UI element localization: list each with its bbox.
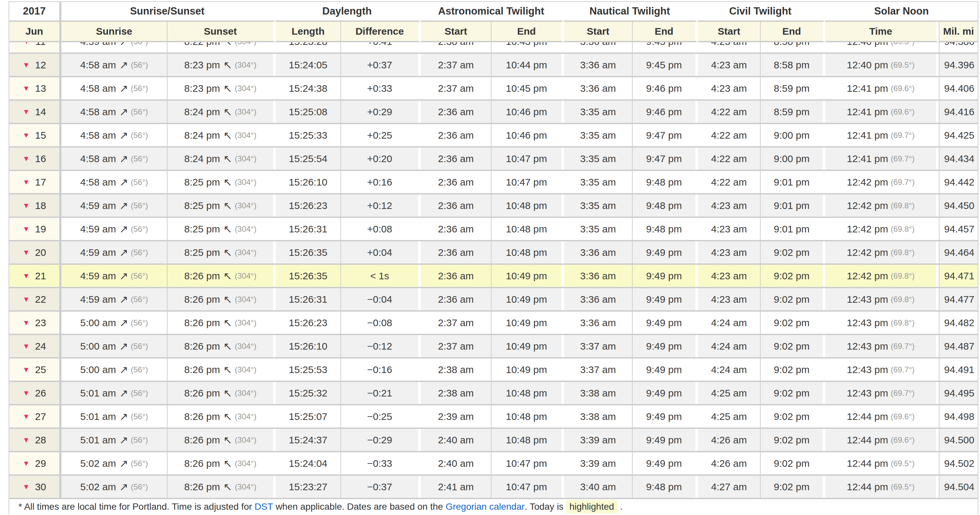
sunrise-azimuth: (56°) [130,389,148,398]
nautical-twilight-end-cell: 9:49 pm [633,359,698,381]
sunrise-azimuth: (56°) [130,201,148,210]
date-cell[interactable]: ▼24 [9,335,61,357]
day-marker-triangle-icon: ▼ [22,366,30,373]
sun-distance-cell: 94.396 [939,54,978,76]
sunrise-time: 4:58 am [80,130,116,141]
sunrise-cell: 4:59 am↗(56°) [61,288,167,310]
date-cell[interactable]: ▼25 [9,359,61,381]
nautical-twilight-end-cell: 9:49 pm [633,429,698,451]
sunset-direction-arrow-icon: ↖ [223,200,232,211]
table-row-jun-19: ▼194:59 am↗(56°)8:25 pm↖(304°)15:26:31+0… [9,218,978,241]
date-cell[interactable]: ▼12 [9,54,61,76]
date-cell[interactable]: ▼22 [9,288,61,310]
sunrise-direction-arrow-icon: ↗ [119,388,128,399]
gregorian-calendar-link[interactable]: Gregorian calendar [445,501,525,512]
civil-twilight-start-cell: 4:23 am [698,218,760,240]
dst-link[interactable]: DST [255,501,273,512]
civil-twilight-end-cell: 8:59 pm [760,101,825,123]
sunset-cell: 8:26 pm↖(304°) [167,335,276,357]
table-body-rows: ▼114:59 am↗(56°)8:22 pm↖(304°)15:23:28+0… [9,42,978,499]
nautical-twilight-end-cell: 9:46 pm [633,77,698,99]
sunrise-direction-arrow-icon: ↗ [119,294,128,305]
date-cell[interactable]: ▼17 [9,171,61,193]
sunset-time: 8:26 pm [185,294,220,305]
nautical-twilight-start-cell: 3:36 am [564,312,633,334]
solar-noon-altitude: (69.7°) [891,342,914,351]
date-cell[interactable]: ▼21 [9,265,61,287]
sunrise-cell: 5:00 am↗(56°) [61,359,167,381]
civil-twilight-start-cell: 4:26 am [698,452,760,474]
civil-twilight-end-cell: 8:58 pm [760,54,825,76]
date-cell[interactable]: ▼14 [9,101,61,123]
footnote-text: when applicable. Dates are based on the [273,501,445,512]
date-cell[interactable]: ▼18 [9,195,61,217]
sunrise-cell: 4:59 am↗(56°) [61,241,167,263]
sunset-azimuth: (304°) [235,225,257,234]
sunrise-cell: 4:58 am↗(56°) [61,171,167,193]
table-row-jun-18: ▼184:59 am↗(56°)8:25 pm↖(304°)15:26:23+0… [9,195,978,218]
date-cell[interactable]: ▼23 [9,312,61,334]
solar-noon-time-cell: 12:44 pm(69.5°) [825,476,939,498]
date-cell[interactable]: ▼27 [9,405,61,427]
day-marker-triangle-icon: ▼ [22,343,30,350]
civil-twilight-start-cell: 4:23 am [698,288,760,310]
solar-noon-time-cell: 12:42 pm(69.8°) [825,241,939,263]
date-cell[interactable]: ▼28 [9,429,61,451]
sun-distance-cell: 94.495 [939,382,978,404]
solar-noon-altitude: (69.5°) [891,482,914,491]
sunrise-azimuth: (56°) [130,107,148,116]
solar-noon-altitude: (69.8°) [891,248,914,257]
table-body-viewport[interactable]: ▼114:59 am↗(56°)8:22 pm↖(304°)15:23:28+0… [9,42,978,499]
sunrise-direction-arrow-icon: ↗ [119,42,128,47]
sunset-azimuth: (304°) [235,248,257,257]
sunset-cell: 8:23 pm↖(304°) [167,77,276,99]
astronomical-twilight-start-cell: 2:36 am [421,265,492,287]
civil-twilight-start-cell: 4:22 am [698,148,760,170]
date-cell[interactable]: ▼13 [9,77,61,99]
solar-noon-altitude: (69.8°) [891,201,914,210]
date-cell[interactable]: ▼16 [9,148,61,170]
solar-noon-time: 12:43 pm [847,341,888,352]
sunset-cell: 8:24 pm↖(304°) [167,101,276,123]
date-cell[interactable]: ▼19 [9,218,61,240]
sunrise-direction-arrow-icon: ↗ [119,177,128,188]
date-cell[interactable]: ▼20 [9,241,61,263]
sunset-time: 8:26 pm [185,270,220,282]
sunset-azimuth: (304°) [235,482,257,491]
daylength-cell: 15:25:33 [276,124,341,146]
astronomical-twilight-end-cell: 10:48 pm [492,195,564,217]
day-number: 29 [35,458,46,469]
sunrise-time: 5:00 am [80,317,116,328]
sunrise-direction-arrow-icon: ↗ [119,130,128,140]
solar-noon-time: 12:44 pm [847,411,888,422]
solar-noon-altitude: (69.7°) [891,154,914,163]
date-cell[interactable]: ▼15 [9,124,61,146]
date-cell[interactable]: ▼30 [9,476,61,498]
date-cell[interactable]: ▼26 [9,382,61,404]
table-row-jun-28: ▼285:01 am↗(56°)8:26 pm↖(304°)15:24:37−0… [9,429,978,452]
sunset-direction-arrow-icon: ↖ [223,60,232,70]
astronomical-twilight-start-cell: 2:36 am [421,288,492,310]
date-cell[interactable]: ▼29 [9,452,61,474]
astronomical-twilight-start-cell: 2:40 am [421,452,492,474]
sunset-direction-arrow-icon: ↖ [223,247,232,258]
day-marker-triangle-icon: ▼ [22,460,30,467]
nautical-twilight-end-cell: 9:46 pm [633,101,698,123]
solar-noon-altitude: (69.7°) [891,131,914,140]
solar-noon-time: 12:43 pm [847,294,888,305]
day-number: 18 [35,200,46,211]
date-cell[interactable]: ▼11 [9,42,61,53]
solar-noon-time: 12:42 pm [847,270,888,282]
astronomical-twilight-end-cell: 10:49 pm [492,335,564,357]
astronomical-twilight-end-cell: 10:47 pm [492,476,564,498]
day-marker-triangle-icon: ▼ [22,273,30,280]
sunset-direction-arrow-icon: ↖ [223,83,232,94]
sunrise-direction-arrow-icon: ↗ [119,341,128,352]
astronomical-twilight-end-cell: 10:48 pm [492,218,564,240]
astronomical-twilight-end-cell: 10:46 pm [492,101,564,123]
sunset-cell: 8:26 pm↖(304°) [167,405,276,427]
civil-twilight-end-cell: 9:02 pm [760,288,825,310]
daylength-difference-cell: +0:29 [341,101,421,123]
daylength-difference-cell: −0:08 [341,312,421,334]
solar-noon-time: 12:40 pm [847,59,888,71]
